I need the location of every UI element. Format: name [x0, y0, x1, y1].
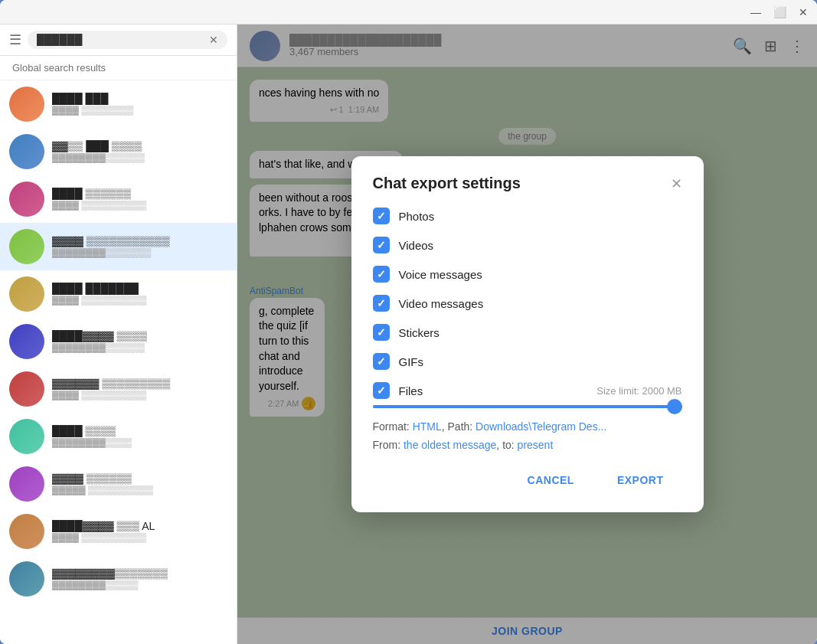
from-link[interactable]: the oldest message	[404, 439, 496, 451]
voice-checkbox[interactable]	[373, 266, 390, 283]
export-button[interactable]: EXPORT	[599, 466, 682, 494]
result-subtitle: ▓▓▓▓▓▓▓▓▒▒▒▒▒	[52, 580, 227, 590]
checkbox-list: Photos Videos Voice messages Video messa…	[373, 208, 682, 370]
modal-overlay: Chat export settings ✕ Photos Videos Voi…	[237, 25, 817, 644]
search-result-item[interactable]: ████ ▒▒▒▒▒▒ ▓▓▓▓ ▒▒▒▒▒▒▒▒▒▒	[0, 175, 237, 223]
search-result-item[interactable]: ▓▓▓▓▓▓▓▓▒▒▒▒▒▒▒ ▓▓▓▓▓▓▓▓▒▒▒▒▒	[0, 555, 237, 603]
maximize-icon[interactable]: ⬜	[773, 6, 786, 18]
checkbox-row-photos: Photos	[373, 208, 682, 224]
search-results-list: ████ ███ ▓▓▓▓ ▒▒▒▒▒▒▒▒ ▓▓▒▒ ███ ▒▒▒▒ ▓▓▓…	[0, 80, 237, 644]
global-search-label: Global search results	[0, 56, 237, 80]
path-link[interactable]: Downloads\Telegram Des...	[475, 420, 606, 433]
format-text: Format:	[373, 420, 413, 433]
result-text: ████▓▓▓▓ ▒▒▒ AL ▓▓▓▓ ▒▒▒▒▒▒▒▒▒▒	[52, 520, 227, 543]
result-text: ▓▓▓▓ ▒▒▒▒▒▒▒▒▒▒▒ ▓▓▓▓▓▓▓▓▒▒▒▒▒▒▒	[52, 235, 227, 258]
result-title: ████▓▓▓▓ ▒▒▒ AL	[52, 520, 227, 532]
minimize-icon[interactable]: —	[750, 6, 761, 18]
export-settings-modal: Chat export settings ✕ Photos Videos Voi…	[351, 156, 704, 512]
voice-label: Voice messages	[399, 268, 482, 281]
result-title: ▓▓▓▓ ▒▒▒▒▒▒	[52, 472, 227, 485]
app-window: — ⬜ ✕ ☰ ✕ Global search results ████ ███…	[0, 0, 817, 644]
result-title: ▓▓▓▓ ▒▒▒▒▒▒▒▒▒▒▒	[52, 235, 227, 247]
modal-header: Chat export settings ✕	[373, 175, 682, 192]
search-result-item[interactable]: ▓▓▓▓▓▓ ▒▒▒▒▒▒▒▒▒ ▓▓▓▓ ▒▒▒▒▒▒▒▒▒▒	[0, 365, 237, 413]
result-title: ▓▓▓▓▓▓▓▓▒▒▒▒▒▒▒	[52, 567, 227, 580]
result-subtitle: ▓▓▓▓▓▓▓▓▒▒▒▒▒▒	[52, 342, 227, 353]
avatar	[9, 371, 44, 407]
photos-checkbox[interactable]	[373, 208, 390, 224]
left-panel: ☰ ✕ Global search results ████ ███ ▓▓▓▓ …	[0, 25, 237, 644]
video_messages-checkbox[interactable]	[373, 295, 390, 312]
clear-search-icon[interactable]: ✕	[209, 34, 218, 46]
result-subtitle: ▓▓▓▓▓▓▓▓▒▒▒▒▒▒	[52, 152, 227, 163]
videos-label: Videos	[399, 239, 434, 252]
format-link[interactable]: HTML	[413, 420, 442, 433]
hamburger-icon[interactable]: ☰	[9, 31, 21, 48]
search-result-item[interactable]: ████ ███ ▓▓▓▓ ▒▒▒▒▒▒▒▒	[0, 80, 237, 128]
checkbox-row-stickers: Stickers	[373, 324, 682, 341]
cancel-button[interactable]: CANCEL	[509, 466, 593, 494]
result-title: ████ ███	[52, 93, 227, 105]
result-text: ████▓▓▓▓ ▒▒▒▒ ▓▓▓▓▓▓▓▓▒▒▒▒▒▒	[52, 330, 227, 353]
result-subtitle: ▓▓▓▓ ▒▒▒▒▒▒▒▒▒▒	[52, 295, 227, 306]
to-text: , to:	[496, 439, 517, 451]
result-text: ████ ███ ▓▓▓▓ ▒▒▒▒▒▒▒▒	[52, 93, 227, 116]
avatar	[9, 181, 44, 217]
path-text: , Path:	[442, 420, 475, 433]
checkbox-row-gifs: GIFs	[373, 353, 682, 370]
result-subtitle: ▓▓▓▓ ▒▒▒▒▒▒▒▒	[52, 105, 227, 116]
search-result-item[interactable]: ████ ▒▒▒▒ ▓▓▓▓▓▓▓▓▒▒▒▒	[0, 413, 237, 460]
avatar	[9, 514, 44, 549]
search-result-item[interactable]: ▓▓▓▓ ▒▒▒▒▒▒ ▓▓▓▓▓ ▒▒▒▒▒▒▒▒▒▒	[0, 460, 237, 508]
right-panel: ████████████████████ 3,467 members 🔍 ⊞ ⋮…	[237, 25, 817, 644]
result-text: ████ ▒▒▒▒▒▒ ▓▓▓▓ ▒▒▒▒▒▒▒▒▒▒	[52, 188, 227, 211]
format-line: Format: HTML, Path: Downloads\Telegram D…	[373, 420, 682, 433]
main-layout: ☰ ✕ Global search results ████ ███ ▓▓▓▓ …	[0, 25, 817, 644]
slider-fill	[373, 405, 682, 408]
to-link[interactable]: present	[518, 439, 554, 451]
files-checkbox[interactable]	[373, 382, 390, 399]
modal-title: Chat export settings	[373, 175, 521, 192]
result-subtitle: ▓▓▓▓ ▒▒▒▒▒▒▒▒▒▒	[52, 390, 227, 400]
avatar	[9, 561, 44, 597]
result-subtitle: ▓▓▓▓▓▓▓▓▒▒▒▒▒▒▒	[52, 247, 227, 258]
gifs-checkbox[interactable]	[373, 353, 390, 370]
search-result-item[interactable]: ████▓▓▓▓ ▒▒▒▒ ▓▓▓▓▓▓▓▓▒▒▒▒▒▒	[0, 318, 237, 365]
result-title: ▓▓▒▒ ███ ▒▒▒▒	[52, 140, 227, 152]
avatar	[9, 466, 44, 502]
result-title: ████ ▒▒▒▒▒▒	[52, 188, 227, 200]
stickers-label: Stickers	[399, 326, 440, 339]
search-result-item[interactable]: ▓▓▓▓ ▒▒▒▒▒▒▒▒▒▒▒ ▓▓▓▓▓▓▓▓▒▒▒▒▒▒▒	[0, 223, 237, 270]
gifs-label: GIFs	[399, 355, 424, 368]
avatar	[9, 134, 44, 169]
size-slider-container	[373, 405, 682, 408]
files-label: Files	[399, 384, 423, 397]
slider-track	[373, 405, 682, 408]
videos-checkbox[interactable]	[373, 237, 390, 253]
search-input-container[interactable]: ✕	[28, 31, 227, 49]
from-text: From:	[373, 439, 404, 451]
result-subtitle: ▓▓▓▓ ▒▒▒▒▒▒▒▒▒▒	[52, 200, 227, 211]
search-result-item[interactable]: ████▓▓▓▓ ▒▒▒ AL ▓▓▓▓ ▒▒▒▒▒▒▒▒▒▒	[0, 508, 237, 555]
photos-label: Photos	[399, 210, 435, 223]
search-result-item[interactable]: ████ ███████ ▓▓▓▓ ▒▒▒▒▒▒▒▒▒▒	[0, 270, 237, 318]
modal-close-button[interactable]: ✕	[671, 177, 682, 191]
search-result-item[interactable]: ▓▓▒▒ ███ ▒▒▒▒ ▓▓▓▓▓▓▓▓▒▒▒▒▒▒	[0, 128, 237, 175]
result-text: ████ ███████ ▓▓▓▓ ▒▒▒▒▒▒▒▒▒▒	[52, 283, 227, 306]
result-subtitle: ▓▓▓▓ ▒▒▒▒▒▒▒▒▒▒	[52, 532, 227, 543]
slider-thumb[interactable]	[667, 399, 682, 414]
result-text: ▓▓▓▓▓▓▓▓▒▒▒▒▒▒▒ ▓▓▓▓▓▓▓▓▒▒▒▒▒	[52, 567, 227, 590]
close-icon[interactable]: ✕	[799, 6, 808, 18]
title-bar: — ⬜ ✕	[0, 0, 817, 25]
checkbox-row-video_messages: Video messages	[373, 295, 682, 312]
result-text: ▓▓▒▒ ███ ▒▒▒▒ ▓▓▓▓▓▓▓▓▒▒▒▒▒▒	[52, 140, 227, 163]
result-title: ████ ▒▒▒▒	[52, 425, 227, 437]
stickers-checkbox[interactable]	[373, 324, 390, 341]
search-input[interactable]	[37, 34, 206, 46]
result-text: ████ ▒▒▒▒ ▓▓▓▓▓▓▓▓▒▒▒▒	[52, 425, 227, 448]
checkbox-row-videos: Videos	[373, 237, 682, 253]
result-title: ▓▓▓▓▓▓ ▒▒▒▒▒▒▒▒▒	[52, 378, 227, 390]
result-title: ████ ███████	[52, 283, 227, 295]
result-subtitle: ▓▓▓▓▓ ▒▒▒▒▒▒▒▒▒▒	[52, 485, 227, 495]
result-title: ████▓▓▓▓ ▒▒▒▒	[52, 330, 227, 342]
